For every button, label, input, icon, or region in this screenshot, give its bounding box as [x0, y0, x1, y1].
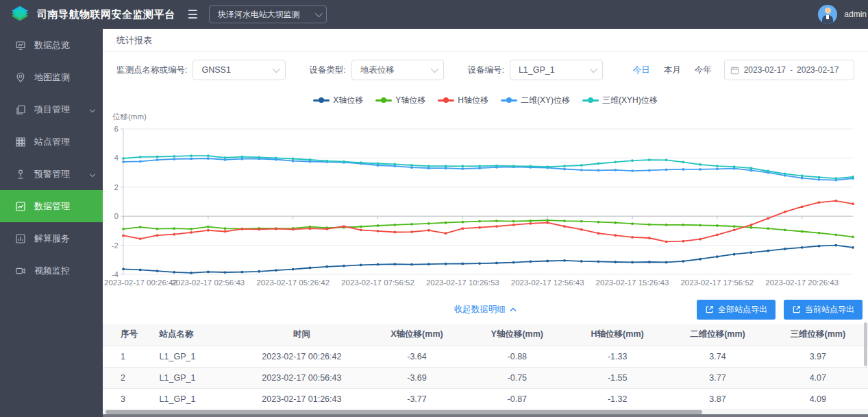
svg-text:6: 6: [114, 125, 119, 133]
project-selector-value: 块泽河水电站大坝监测: [218, 9, 300, 21]
table-row[interactable]: 1L1_GP_12023-02-17 00:26:42-3.64-0.88-1.…: [103, 346, 868, 367]
legend-item[interactable]: 三维(XYH)位移: [582, 95, 658, 106]
table-row[interactable]: 2L1_GP_12023-02-17 00:56:43-3.69-0.75-1.…: [103, 367, 868, 388]
chevron-up-icon: [510, 307, 517, 312]
table-row[interactable]: 3L1_GP_12023-02-17 01:26:43-3.77-0.87-1.…: [103, 388, 868, 409]
username-label[interactable]: admin: [844, 10, 868, 19]
filter-bar: 监测点名称或编号: GNSS1 设备类型: 地表位移 设备编号: L1_GP_1…: [103, 52, 868, 88]
sidebar-item-8[interactable]: 视频监控: [0, 254, 103, 287]
table-cell: 3.97: [768, 346, 868, 367]
table-cell: -1.33: [567, 346, 667, 367]
tab-bar: 统计报表: [103, 29, 868, 52]
export-icon: [705, 305, 714, 314]
legend-item[interactable]: 二维(XY)位移: [501, 95, 570, 106]
export-current-site-button[interactable]: 当前站点导出: [784, 300, 863, 320]
table-cell: 2023-02-17 00:26:42: [236, 346, 367, 367]
chevron-down-icon: [431, 65, 438, 73]
date-range-picker[interactable]: 2023-02-17 - 2023-02-17: [724, 60, 854, 80]
table-cell: 3.74: [667, 346, 767, 367]
quick-range-month[interactable]: 本月: [664, 64, 681, 76]
device-type-label: 设备类型:: [309, 64, 345, 76]
table-cell: 4.07: [768, 367, 868, 388]
sidebar-item-7[interactable]: 解算服务: [0, 222, 103, 254]
monitor-point-value: GNSS1: [201, 65, 230, 75]
legend-item[interactable]: X轴位移: [313, 95, 363, 106]
device-type-select[interactable]: 地表位移: [351, 60, 445, 80]
sidebar-item-2[interactable]: 地图监测: [0, 61, 103, 93]
svg-text:2023-02-17 05:26:42: 2023-02-17 05:26:42: [256, 278, 330, 287]
legend-label: 二维(XY)位移: [521, 95, 570, 106]
vertical-scrollbar-thumb[interactable]: [864, 322, 867, 366]
sidebar-item-5[interactable]: 预警管理: [0, 158, 103, 190]
svg-text:0: 0: [114, 212, 119, 220]
tab-statistics-report[interactable]: 统计报表: [116, 34, 152, 47]
chart-legend: X轴位移Y轴位移H轴位移二维(XY)位移三维(XYH)位移: [103, 95, 868, 106]
export-icon: [792, 305, 801, 314]
series-line-二维(XY)位移: [123, 158, 853, 180]
monitor-point-select[interactable]: GNSS1: [193, 60, 286, 80]
table-header-cell: 站点名称: [153, 324, 237, 346]
displacement-chart[interactable]: -4-202462023-02-17 00:26:422023-02-17 02…: [103, 122, 868, 292]
legend-item[interactable]: H轴位移: [438, 95, 488, 106]
map-pin-icon: [15, 72, 26, 83]
svg-text:2023-02-17 07:56:52: 2023-02-17 07:56:52: [341, 278, 414, 287]
svg-text:-2: -2: [112, 241, 119, 250]
sidebar-item-4[interactable]: 站点管理: [0, 126, 103, 158]
window-bottom-edge: [0, 414, 868, 417]
y-axis-name: 位移(mm): [112, 112, 868, 122]
horizontal-scrollbar[interactable]: [103, 409, 868, 414]
legend-marker: [375, 99, 392, 102]
project-files-icon: [15, 104, 26, 115]
chevron-down-icon: [90, 106, 95, 112]
table-header-cell: 时间: [236, 324, 367, 346]
alert-user-icon: [15, 169, 26, 180]
table-cell: -3.69: [367, 367, 467, 388]
sidebar-item-1[interactable]: 数据总览: [0, 29, 103, 61]
data-detail-table: 序号站点名称时间X轴位移(mm)Y轴位移(mm)H轴位移(mm)二维位移(mm)…: [103, 324, 868, 410]
sidebar-item-label: 地图监测: [34, 71, 70, 84]
sidebar-item-label: 站点管理: [34, 136, 70, 148]
chevron-down-icon: [589, 65, 597, 73]
table-cell: 4.09: [768, 388, 868, 409]
quick-range-year[interactable]: 今年: [695, 64, 712, 76]
table-cell: -3.64: [367, 346, 467, 367]
export-all-sites-button[interactable]: 全部站点导出: [697, 300, 776, 320]
app-logo-icon: [10, 4, 30, 25]
date-separator: -: [790, 65, 793, 75]
legend-item[interactable]: Y轴位移: [375, 95, 425, 106]
table-body: 1L1_GP_12023-02-17 00:26:42-3.64-0.88-1.…: [103, 346, 868, 409]
table-header-cell: H轴位移(mm): [567, 324, 667, 346]
device-no-select[interactable]: L1_GP_1: [510, 60, 603, 80]
project-selector[interactable]: 块泽河水电站大坝监测: [209, 5, 327, 23]
legend-marker: [582, 99, 599, 102]
svg-text:2: 2: [114, 183, 119, 191]
collapse-detail-label: 收起数据明细: [454, 305, 506, 314]
data-chart-icon: [15, 201, 26, 212]
user-avatar[interactable]: [818, 5, 837, 24]
quick-range-today[interactable]: 今日: [633, 64, 650, 76]
table-cell: L1_GP_1: [153, 388, 237, 409]
svg-text:2023-02-17 12:56:43: 2023-02-17 12:56:43: [511, 278, 584, 287]
sidebar-item-3[interactable]: 项目管理: [0, 93, 103, 126]
table-cell: 3.77: [667, 367, 767, 388]
legend-label: X轴位移: [333, 95, 363, 106]
chevron-down-icon: [273, 65, 280, 73]
svg-text:2023-02-17 10:26:53: 2023-02-17 10:26:53: [426, 278, 499, 287]
detail-toolbar: 收起数据明细 全部站点导出 当前站点导出: [103, 295, 868, 324]
chart-section: X轴位移Y轴位移H轴位移二维(XY)位移三维(XYH)位移 位移(mm) -4-…: [103, 95, 868, 295]
legend-marker: [438, 99, 454, 102]
solve-chart-icon: [15, 233, 26, 244]
legend-marker: [501, 99, 517, 102]
export-current-site-label: 当前站点导出: [805, 304, 854, 315]
site-grid-icon: [15, 136, 26, 147]
sidebar-collapse-icon[interactable]: ☰: [188, 8, 198, 22]
avatar-head: [825, 8, 831, 14]
series-line-X轴位移: [123, 246, 853, 273]
app-title: 司南导航物联网安全监测平台: [37, 8, 175, 21]
top-header: 司南导航物联网安全监测平台 ☰ 块泽河水电站大坝监测 admin: [0, 0, 868, 29]
svg-text:2023-02-17 17:56:52: 2023-02-17 17:56:52: [680, 278, 754, 287]
sidebar-item-6[interactable]: 数据管理: [0, 190, 103, 222]
sidebar-item-label: 预警管理: [34, 168, 70, 180]
avatar-collar: [826, 15, 829, 19]
table-header-cell: 三维位移(mm): [768, 324, 868, 346]
